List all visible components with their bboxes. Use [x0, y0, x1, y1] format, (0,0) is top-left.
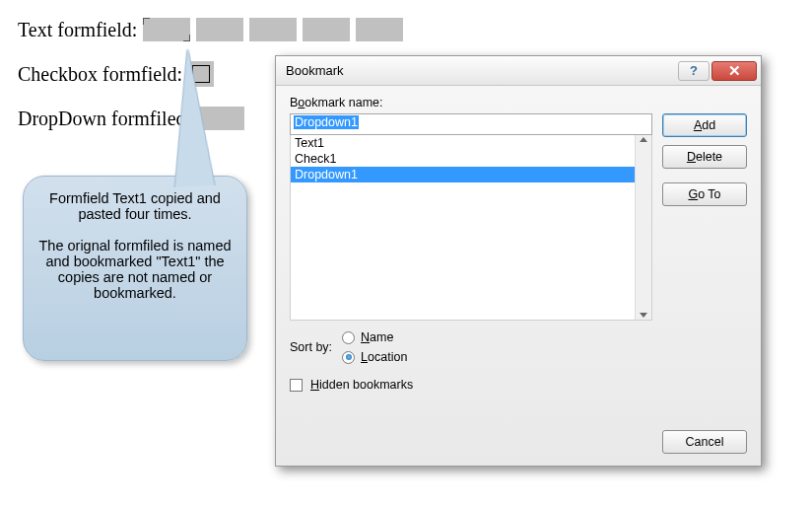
callout-bubble: Formfield Text1 copied and pasted four t… [23, 176, 247, 361]
add-button[interactable]: Add [662, 113, 747, 137]
delete-button[interactable]: Delete [662, 145, 747, 169]
scroll-down-icon[interactable] [640, 313, 647, 318]
dropdown-formfield-label: DropDown formfiled: [18, 108, 191, 130]
sort-location-label: Location [361, 350, 407, 364]
scroll-up-icon[interactable] [640, 137, 647, 142]
text-formfield-label: Text formfield: [18, 19, 137, 41]
bookmark-dialog: Bookmark ? ✕ Bookmark name: Dropdown1 Te… [275, 55, 762, 467]
bookmark-list-items: Text1 Check1 Dropdown1 [291, 135, 635, 320]
callout-text-2: The orignal formfiled is named and bookm… [35, 238, 235, 301]
text-formfield-4[interactable] [303, 18, 350, 41]
list-item[interactable]: Check1 [291, 151, 635, 167]
titlebar[interactable]: Bookmark ? ✕ [276, 56, 761, 86]
sort-location-radio[interactable] [342, 351, 355, 364]
hidden-bookmarks-checkbox[interactable] [290, 379, 303, 392]
list-item[interactable]: Dropdown1 [291, 167, 635, 182]
text-formfield-3[interactable] [249, 18, 297, 41]
cancel-button[interactable]: Cancel [662, 430, 747, 454]
sort-name-radio[interactable] [342, 331, 355, 344]
text-formfield-2[interactable] [196, 18, 243, 41]
bookmark-name-label: Bookmark name: [290, 96, 747, 109]
bookmark-name-input[interactable]: Dropdown1 [290, 113, 652, 135]
text-formfield-5[interactable] [356, 18, 403, 41]
bookmark-listbox[interactable]: Text1 Check1 Dropdown1 [290, 135, 652, 321]
checkbox-formfield-label: Checkbox formfield: [18, 63, 182, 86]
help-button[interactable]: ? [678, 61, 710, 81]
close-button[interactable]: ✕ [711, 61, 757, 81]
dialog-title: Bookmark [286, 63, 676, 78]
listbox-scrollbar[interactable] [635, 135, 651, 320]
sort-name-label: Name [361, 330, 393, 344]
goto-button[interactable]: Go To [662, 182, 747, 206]
sort-by-label: Sort by: [290, 340, 332, 354]
text-formfield-1[interactable] [143, 18, 190, 41]
callout-text-1: Formfield Text1 copied and pasted four t… [35, 190, 235, 222]
hidden-bookmarks-label: Hidden bookmarks [310, 378, 413, 392]
list-item[interactable]: Text1 [291, 135, 635, 151]
doc-row-text: Text formfield: [18, 18, 794, 41]
